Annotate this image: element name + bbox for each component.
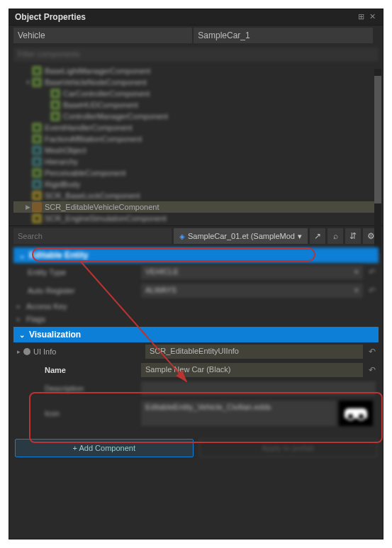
chevron-down-icon: ⌄	[19, 252, 25, 259]
entity-name-field[interactable]: SampleCar_1	[194, 28, 372, 43]
property-row: Entity TypeVEHICLE↶	[13, 263, 379, 281]
icon-label: Icon	[13, 409, 141, 418]
panel-title: Object Properties	[15, 12, 356, 22]
tree-item[interactable]: ■BaseHUDComponent	[13, 99, 379, 111]
tree-item[interactable]: ■MeshObject	[13, 145, 379, 156]
search-input[interactable]	[13, 228, 172, 244]
reset-icon[interactable]: ↶	[366, 365, 379, 375]
tree-item[interactable]: ■RigidBody	[13, 179, 379, 190]
editable-entity-header[interactable]: ⌄ Editable Entity	[13, 247, 379, 263]
tree-item[interactable]: ■PerceivableComponent	[13, 167, 379, 179]
icon-path-value[interactable]: EditableEntity_Vehicle_Civilian.edds	[141, 401, 336, 426]
tree-item[interactable]: ■SCR_BaseLockComponent	[13, 190, 379, 201]
ui-info-value[interactable]: SCR_EditableEntityUIInfo	[145, 345, 363, 359]
car-icon	[345, 408, 367, 418]
tree-item[interactable]: ▾■BaseVehicleNodeComponent	[13, 77, 379, 88]
editable-entity-section: ⌄ Editable Entity Entity TypeVEHICLE↶Aut…	[13, 247, 379, 325]
bullet-icon	[23, 348, 30, 355]
property-row: ▸Access Key	[13, 300, 379, 313]
visualization-section: ⌄ Visualization ▸ UI Info SCR_EditableEn…	[13, 327, 379, 429]
cube-icon: ◈	[179, 233, 185, 240]
entity-class-field[interactable]: Vehicle	[13, 28, 192, 43]
tree-item[interactable]: ■CarControllerComponent	[13, 88, 379, 99]
chevron-down-icon: ▾	[298, 232, 302, 241]
tree-item[interactable]: ■SCR_EngineSimulationComponent	[13, 213, 379, 224]
tree-item[interactable]: ■Hierarchy	[13, 156, 379, 167]
description-value[interactable]	[141, 381, 376, 396]
icon-row: Icon EditableEntity_Vehicle_Civilian.edd…	[13, 398, 379, 429]
tree-item[interactable]: ▶SCR_EditableVehicleComponent	[13, 201, 379, 213]
tree-item[interactable]: ■EventHandlerComponent	[13, 122, 379, 133]
name-value[interactable]: Sample New Car (Black)	[141, 363, 363, 377]
asset-name: SampleCar_01.et (SampleMod	[188, 232, 295, 240]
property-row: Auto RegisterALWAYS↶	[13, 281, 379, 300]
name-row: Name Sample New Car (Black) ↶	[13, 361, 379, 379]
tree-item[interactable]: ■BaseLightManagerComponent	[13, 65, 379, 77]
ui-info-row: ▸ UI Info SCR_EditableEntityUIInfo ↶	[13, 342, 379, 361]
tree-scrollbar[interactable]	[374, 69, 381, 253]
property-row: ▸Flags	[13, 313, 379, 325]
expand-icon[interactable]: ▸	[13, 348, 23, 355]
panel-header: Object Properties ⊞ ✕	[9, 9, 383, 26]
search-icon[interactable]: ⌕	[327, 228, 343, 244]
name-label: Name	[13, 366, 141, 374]
apply-prefab-button: Apply to prefab	[199, 439, 378, 457]
description-row: Description	[13, 379, 379, 398]
open-external-icon[interactable]: ↗	[310, 228, 325, 244]
entity-row: Vehicle SampleCar_1	[9, 26, 383, 45]
add-component-button[interactable]: + Add Component	[15, 439, 194, 457]
tree-item[interactable]: ■FactionAffiliationComponent	[13, 133, 379, 145]
hierarchy-icon[interactable]: ⇵	[345, 228, 361, 244]
ui-info-label: UI Info	[33, 347, 145, 356]
filter-components-input[interactable]: Filter components	[13, 47, 379, 62]
icon-preview	[339, 401, 373, 426]
close-icon[interactable]: ✕	[367, 12, 377, 22]
dock-icon[interactable]: ⊞	[356, 12, 366, 22]
visualization-header[interactable]: ⌄ Visualization	[13, 327, 379, 342]
search-toolbar: ◈ SampleCar_01.et (SampleMod ▾ ↗ ⌕ ⇵ ⚙	[9, 225, 383, 246]
description-label: Description	[13, 384, 141, 393]
asset-pill[interactable]: ◈ SampleCar_01.et (SampleMod ▾	[174, 228, 308, 244]
component-tree[interactable]: ■BaseLightManagerComponent▾■BaseVehicleN…	[9, 64, 383, 225]
tree-item[interactable]: ■ControllerManagerComponent	[13, 111, 379, 122]
reset-icon[interactable]: ↶	[366, 347, 379, 357]
chevron-down-icon: ⌄	[19, 331, 25, 339]
bottom-buttons: + Add Component Apply to prefab	[9, 433, 383, 463]
object-properties-panel: Object Properties ⊞ ✕ Vehicle SampleCar_…	[9, 9, 383, 539]
